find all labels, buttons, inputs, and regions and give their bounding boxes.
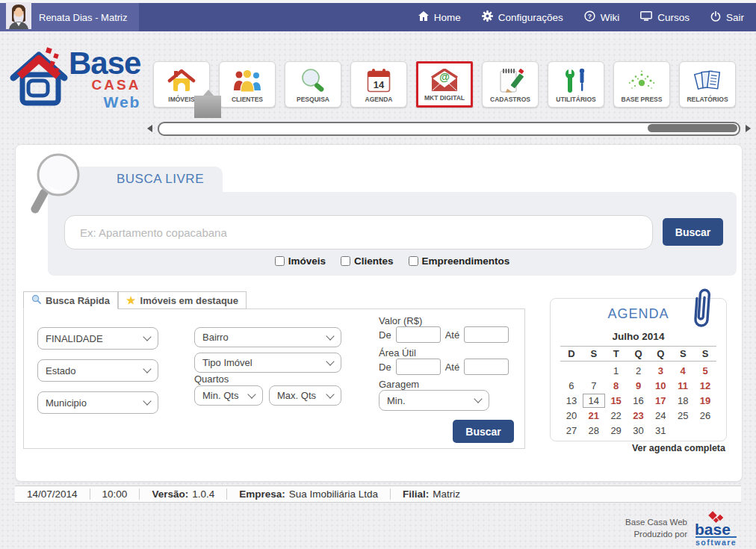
- tab-label: Imóveis em destaque: [140, 295, 239, 306]
- calendar-day[interactable]: 20: [560, 409, 583, 423]
- star-icon: ★: [126, 295, 136, 305]
- ver-agenda-completa-link[interactable]: Ver agenda completa: [632, 443, 725, 453]
- calendar-day[interactable]: 5: [694, 364, 716, 378]
- toolbar-pesquisa-button[interactable]: PESQUISA: [285, 61, 341, 108]
- toolbar-relatorios-button[interactable]: RELATÓRIOS: [679, 61, 736, 108]
- logo-web-text: Web: [103, 93, 140, 111]
- calendar-day[interactable]: 31: [649, 424, 672, 438]
- search-filters-row: Imóveis Clientes Empreendimentos: [48, 255, 737, 267]
- scroll-right-arrow-icon[interactable]: [746, 125, 751, 132]
- nav-wiki[interactable]: ? Wiki: [584, 10, 620, 24]
- calendar-day[interactable]: 1: [605, 364, 628, 378]
- toolbar-cadastros-button[interactable]: CADASTROS: [482, 61, 539, 108]
- calendar-day[interactable]: 19: [694, 394, 716, 408]
- imoveis-checkbox[interactable]: [275, 256, 285, 266]
- free-search-buscar-button[interactable]: Buscar: [663, 218, 723, 246]
- area-de-input[interactable]: [396, 359, 441, 375]
- calendar-day[interactable]: 23: [628, 409, 650, 423]
- svg-text:?: ?: [588, 13, 592, 20]
- help-icon: ?: [584, 10, 595, 24]
- calendar-day[interactable]: 12: [694, 379, 716, 393]
- empreendimentos-checkbox[interactable]: [409, 256, 418, 266]
- user-chip[interactable]: Renata Dias - Matriz: [0, 3, 139, 31]
- calendar-day[interactable]: 22: [605, 409, 628, 423]
- area-ate-input[interactable]: [464, 359, 509, 375]
- bairro-select[interactable]: Bairro: [194, 327, 341, 347]
- nav-label: Sair: [726, 12, 744, 23]
- calendar-day[interactable]: 11: [672, 379, 694, 393]
- calendar-day[interactable]: 24: [649, 409, 672, 423]
- calendar-day[interactable]: 7: [583, 379, 605, 393]
- calendar-day[interactable]: 15: [605, 394, 628, 408]
- min-qts-select[interactable]: Min. Qts: [194, 385, 263, 406]
- calendar-day[interactable]: 21: [583, 409, 605, 423]
- valor-de-input[interactable]: [396, 326, 441, 343]
- nav-label: Configurações: [498, 12, 563, 23]
- busca-livre-tab[interactable]: BUSCA LIVRE: [72, 167, 223, 192]
- nav-cursos[interactable]: Cursos: [640, 11, 690, 23]
- tab-imoveis-destaque[interactable]: ★ Imóveis em destaque: [118, 291, 247, 309]
- toolbar-base-press-button[interactable]: BASE PRESS: [613, 61, 670, 108]
- burst-icon: [628, 62, 655, 96]
- calendar-day[interactable]: 3: [649, 364, 672, 378]
- calendar-day[interactable]: 27: [560, 424, 583, 438]
- tipo-imovel-select[interactable]: Tipo Imóvel: [194, 353, 341, 373]
- garagem-label: Garagem: [379, 379, 419, 390]
- house-icon: [167, 62, 196, 96]
- calendar-day[interactable]: 29: [605, 424, 628, 438]
- status-footer: 14/07/2014 10:00 Versão:1.0.4 Empresa:Su…: [15, 486, 741, 503]
- calendar-day[interactable]: 28: [583, 424, 605, 438]
- app-logo: Base CASA Web: [7, 43, 140, 115]
- busca-rapida-buscar-button[interactable]: Buscar: [453, 420, 514, 443]
- search-tabs: Busca Rápida ★ Imóveis em destaque: [23, 291, 247, 309]
- toolbar-scrollbar[interactable]: [147, 122, 751, 135]
- free-search-input[interactable]: [64, 215, 653, 249]
- filter-imoveis[interactable]: Imóveis: [275, 255, 326, 267]
- calendar-icon-day: 14: [374, 79, 385, 90]
- max-qts-select[interactable]: Max. Qts: [269, 385, 341, 406]
- checkbox-label: Empreendimentos: [422, 255, 510, 267]
- calendar-day[interactable]: 17: [649, 394, 672, 408]
- calendar-day[interactable]: 14: [583, 394, 605, 408]
- toolbar-clientes-button[interactable]: CLIENTES: [219, 61, 276, 108]
- finalidade-select[interactable]: FINALIDADE: [37, 327, 158, 350]
- filter-clientes[interactable]: Clientes: [341, 255, 394, 267]
- nav-configuracoes[interactable]: Configurações: [482, 10, 563, 24]
- clientes-checkbox[interactable]: [341, 256, 350, 266]
- area-range-row: De Até: [379, 359, 509, 375]
- filter-empreendimentos[interactable]: Empreendimentos: [409, 255, 510, 267]
- toolbar-agenda-button[interactable]: 14 AGENDA: [350, 61, 407, 108]
- toolbar-utilitarios-button[interactable]: UTILITÁRIOS: [548, 61, 604, 108]
- toolbar-mkt-digital-button[interactable]: @ MKT DIGITAL: [416, 61, 473, 108]
- tab-busca-rapida[interactable]: Busca Rápida: [23, 291, 118, 309]
- scroll-left-arrow-icon[interactable]: [147, 125, 152, 132]
- garagem-min-select[interactable]: Min.: [379, 390, 489, 411]
- calendar-day[interactable]: 4: [672, 364, 694, 378]
- calendar-day[interactable]: 10: [649, 379, 672, 393]
- valor-ate-input[interactable]: [464, 326, 509, 343]
- nav-home[interactable]: Home: [418, 11, 461, 23]
- toolbar-label: PESQUISA: [297, 96, 329, 103]
- scrollbar-thumb[interactable]: [648, 124, 737, 132]
- calendar-day[interactable]: 2: [628, 364, 650, 378]
- calendar-day[interactable]: 25: [672, 409, 694, 423]
- calendar-day[interactable]: 9: [628, 379, 650, 393]
- scrollbar-track[interactable]: [158, 122, 740, 136]
- footer-branch: Filial:Matriz: [390, 488, 472, 500]
- nav-sair[interactable]: Sair: [710, 11, 744, 24]
- main-toolbar: IMÓVEIS CLIENTES: [153, 61, 736, 108]
- calendar-day[interactable]: 6: [560, 379, 583, 393]
- calendar-day[interactable]: 8: [605, 379, 628, 393]
- toolbar-label: UTILITÁRIOS: [556, 96, 595, 103]
- calendar-day[interactable]: 18: [672, 394, 694, 408]
- calendar-day[interactable]: 26: [694, 409, 716, 423]
- estado-select[interactable]: Estado: [37, 359, 158, 382]
- top-bar: Renata Dias - Matriz Home: [0, 3, 756, 31]
- footer-company: Empresa:Sua Imobiliária Ltda: [226, 488, 390, 500]
- nav-label: Home: [434, 12, 461, 23]
- calendar-day[interactable]: 13: [560, 394, 583, 408]
- calendar-day[interactable]: 16: [628, 394, 650, 408]
- page: Renata Dias - Matriz Home: [0, 0, 756, 549]
- municipio-select[interactable]: Municipio: [37, 391, 158, 414]
- calendar-day[interactable]: 30: [628, 424, 650, 438]
